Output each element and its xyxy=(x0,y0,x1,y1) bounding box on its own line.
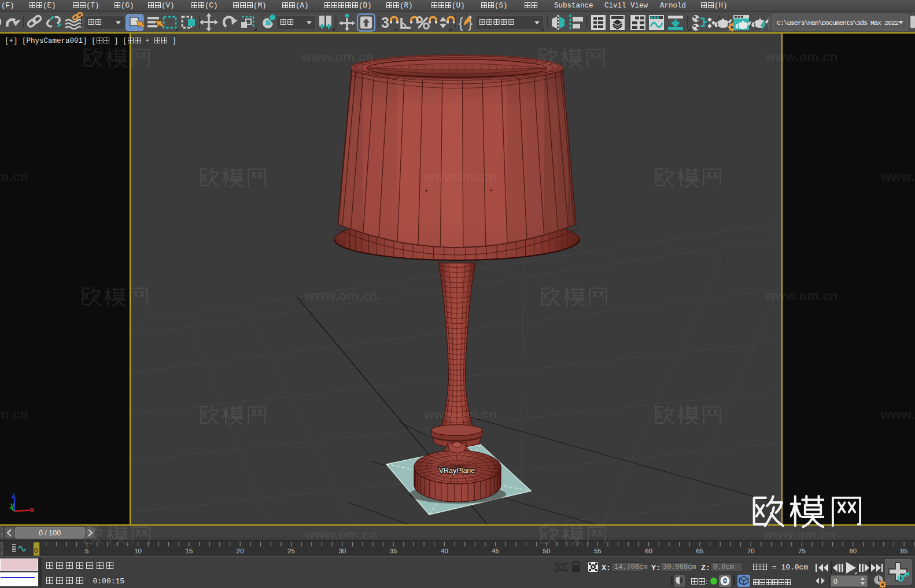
svg-text:15: 15 xyxy=(186,548,193,554)
svg-text:C:\Users\Han\Documents\3ds Max: C:\Users\Han\Documents\3ds Max 2022 xyxy=(777,19,899,27)
svg-text:10: 10 xyxy=(134,548,142,554)
svg-text:z: z xyxy=(12,491,16,500)
svg-text:55: 55 xyxy=(594,548,602,554)
svg-text:y: y xyxy=(10,501,15,509)
svg-text:60: 60 xyxy=(645,548,652,554)
svg-text:0: 0 xyxy=(723,577,727,585)
svg-text:25: 25 xyxy=(287,548,295,554)
svg-text:X:: X: xyxy=(602,564,611,572)
svg-text:50: 50 xyxy=(543,548,551,554)
svg-text:40: 40 xyxy=(441,548,448,554)
svg-text:{: { xyxy=(459,16,463,31)
svg-text:65: 65 xyxy=(696,548,704,554)
svg-text:45: 45 xyxy=(492,548,499,554)
svg-text:5: 5 xyxy=(85,548,88,554)
svg-text:Z:: Z: xyxy=(701,564,710,572)
svg-text:x: x xyxy=(30,505,35,514)
svg-text:35: 35 xyxy=(390,548,397,554)
svg-text:80: 80 xyxy=(849,548,857,554)
svg-text:30: 30 xyxy=(338,548,346,554)
svg-text:20: 20 xyxy=(237,548,244,554)
svg-text:VRayPlane: VRayPlane xyxy=(439,467,475,475)
svg-text:3: 3 xyxy=(381,14,389,31)
svg-text:75: 75 xyxy=(798,548,806,554)
svg-text:70: 70 xyxy=(747,548,755,554)
svg-text:0 / 100: 0 / 100 xyxy=(39,529,61,537)
svg-text:85: 85 xyxy=(901,548,908,554)
svg-text:0: 0 xyxy=(34,547,38,554)
svg-text:Y:: Y: xyxy=(651,564,661,572)
svg-text:0: 0 xyxy=(833,578,837,586)
